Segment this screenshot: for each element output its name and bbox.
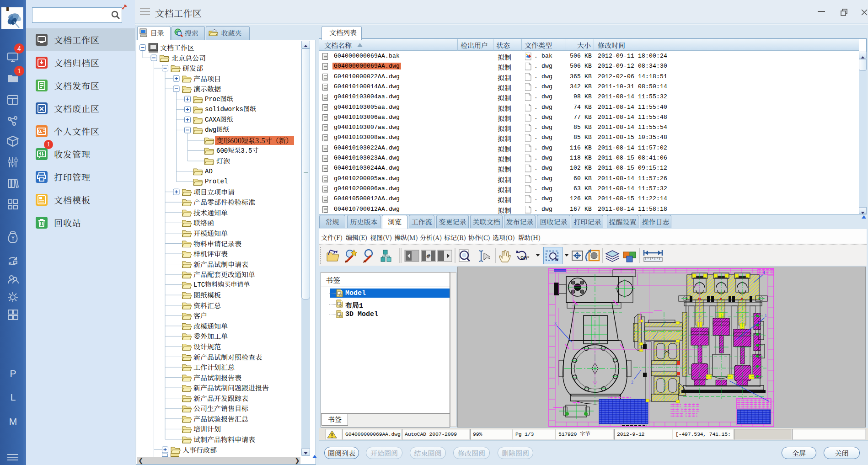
svg-text:4: 4 [763, 269, 765, 275]
svg-text:90°: 90° [520, 255, 530, 262]
svg-text:3: 3 [554, 321, 557, 326]
svg-text:1: 1 [765, 312, 767, 318]
svg-text:#: # [427, 252, 431, 260]
svg-text:2: 2 [631, 379, 633, 385]
